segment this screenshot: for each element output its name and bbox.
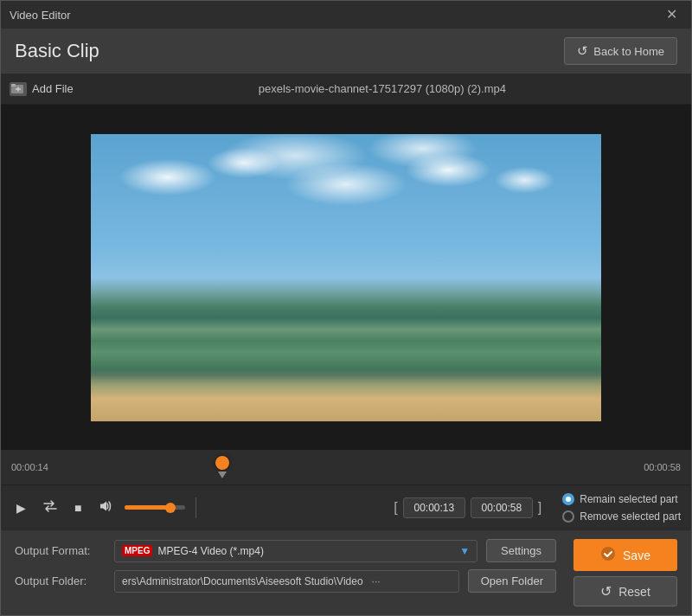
format-value: MPEG-4 Video (*.mp4) <box>157 545 264 557</box>
volume-fill <box>125 505 170 510</box>
remain-selected-option[interactable]: Remain selected part <box>562 493 681 505</box>
add-file-button[interactable]: Add File <box>10 82 74 96</box>
reset-icon: ↺ <box>600 583 612 600</box>
volume-track[interactable] <box>125 505 185 510</box>
bottom-left: Output Format: MPEG MPEG-4 Video (*.mp4)… <box>15 539 556 606</box>
folder-dots[interactable]: ··· <box>372 575 381 587</box>
title-bar: Video Editor ✕ <box>1 1 691 29</box>
header: Basic Clip ↺ Back to Home <box>1 29 691 74</box>
file-name: pexels-movie-channet-17517297 (1080p) (2… <box>82 82 682 95</box>
save-check-icon <box>600 546 616 564</box>
reset-button[interactable]: ↺ Reset <box>573 576 677 606</box>
video-canvas <box>91 134 601 421</box>
timeline-marker-left <box>218 472 227 478</box>
remove-selected-option[interactable]: Remove selected part <box>562 510 681 523</box>
stop-icon: ■ <box>74 501 81 515</box>
back-icon: ↺ <box>577 43 588 59</box>
output-format-row: Output Format: MPEG MPEG-4 Video (*.mp4)… <box>15 539 556 562</box>
clip-times: [ ] <box>394 497 541 518</box>
timeline-end-time: 00:00:58 <box>633 462 681 472</box>
remain-radio[interactable] <box>562 493 574 505</box>
controls-row: ▶ ■ <box>1 484 691 529</box>
dropdown-arrow-icon: ▼ <box>459 545 470 557</box>
loop-button[interactable] <box>38 497 62 518</box>
reset-label: Reset <box>618 585 650 599</box>
mute-button[interactable] <box>93 497 118 518</box>
format-icon: MPEG <box>122 545 152 556</box>
save-button[interactable]: Save <box>573 539 677 571</box>
save-label: Save <box>623 549 650 562</box>
remain-label: Remain selected part <box>580 493 677 505</box>
close-button[interactable]: ✕ <box>661 6 682 23</box>
bottom-inner: Output Format: MPEG MPEG-4 Video (*.mp4)… <box>15 539 677 606</box>
back-to-home-button[interactable]: ↺ Back to Home <box>564 37 677 65</box>
file-bar: Add File pexels-movie-channet-17517297 (… <box>1 74 691 105</box>
selection-options: Remain selected part Remove selected par… <box>562 493 681 523</box>
clip-start-input[interactable] <box>403 497 465 518</box>
play-icon: ▶ <box>16 501 26 515</box>
svg-point-4 <box>601 547 615 561</box>
folder-path: ers\Administrator\Documents\Aiseesoft St… <box>114 570 459 593</box>
window-title: Video Editor <box>10 9 71 22</box>
bracket-right: ] <box>538 500 541 516</box>
clip-end-input[interactable] <box>471 497 533 518</box>
remove-radio[interactable] <box>562 510 574 523</box>
folder-label: Output Folder: <box>15 574 106 587</box>
add-file-label: Add File <box>32 82 74 95</box>
svg-rect-1 <box>11 84 16 87</box>
action-buttons: Save ↺ Reset <box>573 539 677 606</box>
add-file-icon <box>10 82 27 96</box>
bracket-left: [ <box>394 500 397 516</box>
format-select[interactable]: MPEG MPEG-4 Video (*.mp4) ▼ <box>114 540 477 562</box>
page-title: Basic Clip <box>15 40 99 62</box>
format-label: Output Format: <box>15 544 106 557</box>
cloud-layer <box>91 134 601 278</box>
volume-icon <box>99 500 112 515</box>
remove-label: Remove selected part <box>580 510 681 523</box>
back-to-home-label: Back to Home <box>593 45 664 58</box>
video-editor-window: Video Editor ✕ Basic Clip ↺ Back to Home… <box>0 0 692 616</box>
loop-icon <box>43 500 57 515</box>
play-button[interactable]: ▶ <box>11 497 31 518</box>
folder-path-text: ers\Administrator\Documents\Aiseesoft St… <box>122 575 363 587</box>
bottom-section: Output Format: MPEG MPEG-4 Video (*.mp4)… <box>1 529 691 615</box>
timeline-start-time: 00:00:14 <box>11 462 59 472</box>
controls-divider <box>195 497 196 518</box>
open-folder-button[interactable]: Open Folder <box>468 569 556 593</box>
stop-button[interactable]: ■ <box>69 497 86 518</box>
volume-thumb[interactable] <box>165 503 176 513</box>
video-preview <box>1 105 691 450</box>
settings-button[interactable]: Settings <box>486 539 556 562</box>
output-folder-row: Output Folder: ers\Administrator\Documen… <box>15 569 556 593</box>
timeline-bar: 00:00:14 00:00:58 <box>1 450 691 484</box>
